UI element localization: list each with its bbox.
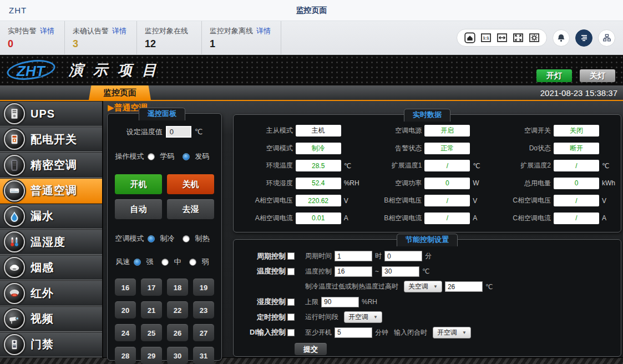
di-input-control-checkbox[interactable]: [287, 329, 295, 336]
timer-action-dropdown[interactable]: 开空调▼: [344, 311, 382, 323]
field-value: /: [554, 195, 599, 206]
top-bar: ZHT 监控页面: [0, 0, 623, 21]
cycle-hour-input[interactable]: [335, 251, 372, 261]
sidebar-item-normal-ac[interactable]: 普通空调: [0, 178, 102, 204]
dehumidify-button[interactable]: 去湿: [167, 199, 214, 219]
stat-value: 0: [8, 38, 54, 50]
radio-fan-medium[interactable]: [161, 259, 169, 266]
topology-icon[interactable]: [598, 29, 615, 47]
view-tools-pill: 1:1: [457, 29, 547, 47]
fullscreen-icon[interactable]: [512, 32, 524, 44]
field-value: 主机: [296, 125, 341, 136]
fit-width-icon[interactable]: [496, 32, 508, 44]
temp-high-input[interactable]: [382, 266, 419, 277]
temp-button-21[interactable]: 21: [141, 301, 162, 318]
sidebar-item-video[interactable]: 视频: [0, 306, 102, 332]
temp-button-28[interactable]: 28: [115, 347, 136, 364]
field-phase-b-current: B相空调电流/A: [363, 210, 492, 228]
sidebar-item-precision-ac[interactable]: 精密空调: [0, 152, 102, 178]
di-action-dropdown[interactable]: 开空调▼: [433, 327, 471, 338]
energy-panel-tab: 节能控制设置: [397, 234, 458, 246]
alarm-bell-icon[interactable]: [553, 29, 570, 47]
field-value: 220.62: [296, 195, 341, 206]
temp-button-23[interactable]: 23: [193, 301, 214, 318]
temp-action-dropdown[interactable]: 关空调▼: [404, 281, 442, 292]
sidebar-item-smoke[interactable]: 烟感: [0, 255, 102, 280]
temp-button-18[interactable]: 18: [167, 279, 188, 296]
di-min-runtime-input[interactable]: [335, 327, 372, 338]
humidity-limit-input[interactable]: [321, 297, 359, 307]
temp-button-25[interactable]: 25: [141, 324, 162, 341]
field-total-energy: 总用电量0kWh: [492, 175, 621, 193]
tab-monitoring-page[interactable]: 监控页面: [89, 85, 151, 100]
temp-humidity-icon: [4, 231, 25, 252]
light-on-button[interactable]: 开灯: [536, 69, 572, 82]
temp-low-input[interactable]: [335, 266, 372, 277]
sidebar-item-infrared[interactable]: 红外: [0, 280, 102, 306]
tab-bar: 监控页面 2021-08-23 15:38:37: [0, 85, 623, 101]
field-phase-a-voltage: A相空调电压220.62V: [234, 192, 363, 210]
auto-button[interactable]: 自动: [115, 199, 162, 219]
chevron-down-icon: ▼: [373, 315, 378, 320]
radio-fan-strong[interactable]: [134, 259, 141, 266]
set-temp-input[interactable]: [166, 126, 191, 138]
temp-button-30[interactable]: 30: [167, 347, 188, 364]
energy-control-panel: 节能控制设置 周期控制 周期时间 时 分 温度控制: [233, 239, 621, 357]
detail-link[interactable]: 详情: [256, 27, 271, 35]
temp-button-29[interactable]: 29: [141, 347, 162, 364]
stat-unconfirmed-alarms: 未确认告警详情 3: [65, 21, 137, 54]
radio-fan-weak[interactable]: [189, 259, 196, 266]
monitoring-page: ZHT 监控页面 实时告警详情 0 未确认告警详情 3 监控对象在线 12 监控…: [0, 0, 623, 364]
field-value: 断开: [554, 143, 599, 154]
temp-button-20[interactable]: 20: [115, 301, 136, 318]
one-to-one-icon[interactable]: 1:1: [480, 32, 492, 44]
radio-send-code[interactable]: [183, 153, 190, 160]
timestamp: 2021-08-23 15:38:37: [540, 88, 617, 98]
alarm-list-icon[interactable]: [575, 29, 592, 47]
chevron-down-icon: ▼: [462, 330, 467, 335]
temp-button-24[interactable]: 24: [115, 324, 136, 341]
settings-gear-icon[interactable]: [528, 32, 540, 44]
energy-row-humidity: 湿度控制 上限 %RH: [241, 295, 621, 310]
detail-link[interactable]: 详情: [40, 27, 54, 35]
power-on-button[interactable]: 开机: [115, 174, 162, 194]
submit-button[interactable]: 提交: [295, 343, 327, 355]
temp-button-19[interactable]: 19: [193, 279, 214, 296]
timer-control-checkbox[interactable]: [287, 314, 295, 321]
light-off-button[interactable]: 关灯: [580, 69, 615, 82]
temp-button-22[interactable]: 22: [167, 301, 188, 318]
sidebar: UPS 配电开关 精密空调 普通空调 漏水 温湿度: [0, 101, 103, 357]
temp-button-27[interactable]: 27: [193, 324, 214, 341]
temp-control-checkbox[interactable]: [287, 268, 295, 275]
sidebar-item-temp-humidity[interactable]: 温湿度: [0, 229, 102, 255]
radio-learn-code[interactable]: [148, 153, 155, 160]
sidebar-item-door-access[interactable]: 门禁: [0, 332, 102, 357]
sidebar-item-water-leak[interactable]: 漏水: [0, 204, 102, 229]
stat-objects-offline: 监控对象离线详情 1: [202, 21, 281, 54]
field-value: /: [554, 160, 599, 171]
temp-action-value-input[interactable]: [445, 281, 483, 292]
radio-cooling[interactable]: [148, 235, 155, 242]
sidebar-item-power-switch[interactable]: 配电开关: [0, 127, 102, 152]
chevron-down-icon: ▼: [433, 284, 438, 289]
project-name: 演示项目: [69, 60, 166, 80]
sidebar-item-ups[interactable]: UPS: [0, 101, 102, 127]
temp-button-31[interactable]: 31: [193, 347, 214, 364]
radio-heating[interactable]: [183, 235, 190, 242]
power-off-button[interactable]: 关机: [167, 174, 214, 194]
cycle-minute-input[interactable]: [384, 251, 422, 261]
remote-panel-tab: 遥控面板: [139, 108, 185, 120]
home-icon[interactable]: [464, 32, 475, 44]
humidity-control-checkbox[interactable]: [287, 299, 295, 306]
field-ac-power: 空调电源开启: [363, 122, 492, 140]
field-alarm-status: 告警状态正常: [363, 140, 492, 158]
energy-row-temp-action: 制冷温度过低或制热温度过高时 关空调▼ ℃: [241, 279, 621, 295]
field-value: 开启: [424, 125, 470, 136]
cycle-control-checkbox[interactable]: [287, 252, 295, 260]
temp-button-16[interactable]: 16: [115, 279, 136, 296]
temp-button-17[interactable]: 17: [141, 279, 162, 296]
fan-speed-label: 风速: [116, 257, 130, 267]
detail-link[interactable]: 详情: [112, 27, 126, 35]
temp-button-26[interactable]: 26: [167, 324, 188, 341]
set-temp-unit: ℃: [195, 128, 203, 136]
